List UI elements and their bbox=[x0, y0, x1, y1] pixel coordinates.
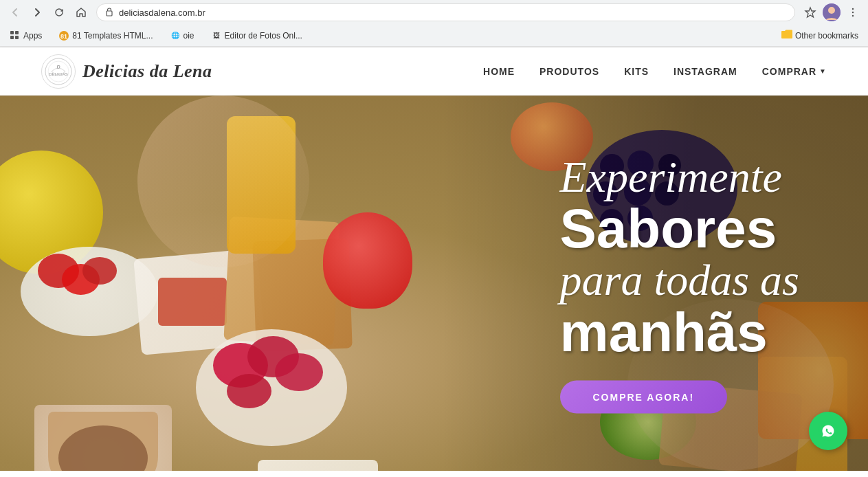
svg-point-3 bbox=[852, 8, 854, 10]
forward-button[interactable] bbox=[27, 3, 47, 22]
svg-text:DELICIAS: DELICIAS bbox=[49, 72, 67, 76]
svg-point-12 bbox=[45, 58, 71, 85]
hero-line-3: para todas as bbox=[560, 256, 800, 304]
svg-rect-7 bbox=[15, 31, 19, 34]
strawberry3 bbox=[82, 257, 117, 285]
folder-icon bbox=[781, 30, 792, 41]
bookmark-star-button[interactable] bbox=[801, 3, 820, 22]
site-logo: D DELICIAS Delicias da Lena bbox=[41, 54, 483, 89]
bookmark-templates[interactable]: 81 81 Templates HTML... bbox=[54, 27, 157, 44]
reload-button[interactable] bbox=[49, 3, 69, 22]
hero-text-content: Experimente Sabores para todas as manhãs… bbox=[560, 153, 800, 414]
svg-rect-6 bbox=[10, 31, 14, 34]
comprar-dropdown-arrow: ▼ bbox=[819, 67, 827, 75]
cta-button[interactable]: COMPRE AGORA! bbox=[560, 380, 728, 413]
logo-text: Delicias da Lena bbox=[82, 61, 212, 82]
apps-bookmark[interactable]: Apps bbox=[5, 27, 46, 44]
home-button[interactable] bbox=[71, 3, 91, 22]
browser-toolbar: deliciasdalena.com.br bbox=[0, 0, 868, 25]
lock-icon bbox=[105, 7, 113, 19]
chrome-menu-button[interactable] bbox=[843, 3, 863, 22]
svg-text:D: D bbox=[56, 65, 60, 69]
back-button[interactable] bbox=[5, 3, 25, 22]
nav-produtos[interactable]: PRODUTOS bbox=[539, 66, 599, 77]
apps-grid-icon bbox=[10, 30, 21, 41]
hero-cta: COMPRE AGORA! bbox=[560, 380, 800, 413]
svg-rect-9 bbox=[15, 36, 19, 39]
svg-rect-0 bbox=[107, 11, 112, 16]
url-text: deliciasdalena.com.br bbox=[119, 8, 205, 18]
svg-point-5 bbox=[852, 15, 854, 16]
svg-point-4 bbox=[852, 12, 854, 13]
bookmark-oie[interactable]: 🌐 oie bbox=[166, 27, 199, 44]
other-bookmarks-label: Other bookmarks bbox=[795, 31, 858, 41]
nav-comprar[interactable]: COMPRAR ▼ bbox=[762, 66, 827, 77]
apps-label: Apps bbox=[23, 31, 42, 41]
nav-kits[interactable]: KITS bbox=[624, 66, 649, 77]
address-bar[interactable]: deliciasdalena.com.br bbox=[96, 3, 795, 21]
editor-label: Editor de Fotos Onl... bbox=[225, 31, 302, 41]
svg-point-2 bbox=[828, 7, 835, 14]
raspberry4 bbox=[227, 374, 271, 408]
svg-text:81: 81 bbox=[60, 33, 67, 40]
nav-home[interactable]: HOME bbox=[483, 66, 515, 77]
oie-label: oie bbox=[183, 31, 194, 41]
hand-top bbox=[137, 96, 309, 267]
jam-container-bottom bbox=[258, 460, 378, 471]
logo-emblem: D DELICIAS bbox=[41, 54, 76, 89]
site-navbar: D DELICIAS Delicias da Lena HOME PRODUTO… bbox=[0, 47, 868, 96]
jam-filling bbox=[158, 278, 227, 326]
nav-instagram[interactable]: INSTAGRAM bbox=[674, 66, 737, 77]
hero-line-4: manhãs bbox=[560, 304, 800, 359]
browser-chrome: deliciasdalena.com.br bbox=[0, 0, 868, 47]
whatsapp-button[interactable] bbox=[809, 412, 847, 450]
bookmarks-bar: Apps 81 81 Templates HTML... 🌐 oie 🖼 Edi… bbox=[0, 25, 868, 47]
editor-favicon: 🖼 bbox=[211, 30, 222, 41]
bookmark-editor[interactable]: 🖼 Editor de Fotos Onl... bbox=[207, 27, 307, 44]
hero-line-1: Experimente bbox=[560, 153, 800, 201]
food-apple-red bbox=[323, 212, 412, 309]
svg-rect-8 bbox=[10, 36, 14, 39]
templates-favicon: 81 bbox=[58, 30, 69, 41]
hero-line-2: Sabores bbox=[560, 201, 800, 256]
site-navigation: HOME PRODUTOS KITS INSTAGRAM COMPRAR ▼ bbox=[483, 66, 827, 77]
avatar[interactable] bbox=[823, 3, 841, 21]
oie-favicon: 🌐 bbox=[170, 30, 181, 41]
nav-buttons bbox=[5, 3, 91, 22]
browser-actions bbox=[801, 3, 863, 22]
templates-label: 81 Templates HTML... bbox=[72, 31, 153, 41]
raspberry3 bbox=[275, 353, 323, 391]
other-bookmarks[interactable]: Other bookmarks bbox=[777, 27, 863, 44]
hero-section: Experimente Sabores para todas as manhãs… bbox=[0, 96, 868, 471]
website: D DELICIAS Delicias da Lena HOME PRODUTO… bbox=[0, 47, 868, 471]
